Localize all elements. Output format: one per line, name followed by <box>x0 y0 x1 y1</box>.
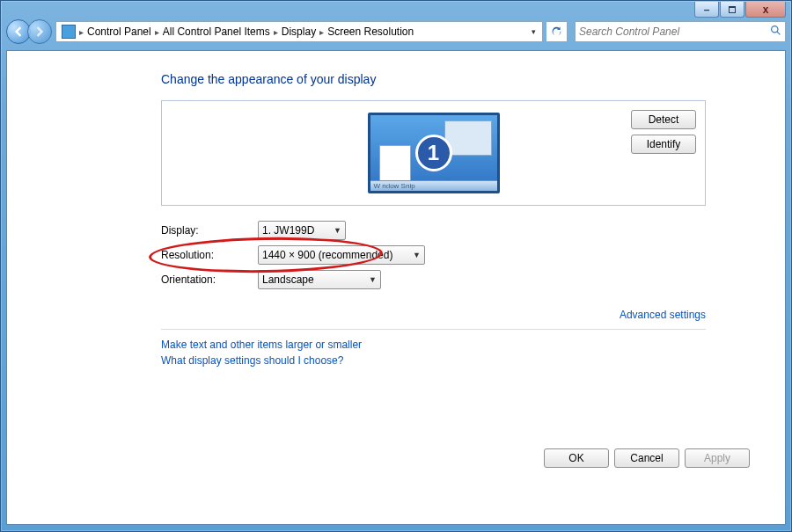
window-frame: – x ▸ Control Panel ▸ All Control Panel … <box>0 0 792 532</box>
display-dropdown[interactable]: 1. JW199D ▼ <box>258 221 346 240</box>
ok-button[interactable]: OK <box>544 448 609 468</box>
breadcrumb-item[interactable]: All Control Panel Items <box>159 26 274 38</box>
address-dropdown[interactable]: ▾ <box>526 27 540 36</box>
maximize-button[interactable] <box>720 2 744 18</box>
chevron-down-icon: ▼ <box>413 251 421 259</box>
control-panel-icon <box>62 25 76 39</box>
orientation-label: Orientation: <box>161 273 258 286</box>
content-area: Change the appearance of your display 1 … <box>6 50 786 525</box>
breadcrumb-item[interactable]: Display <box>278 26 319 38</box>
chevron-down-icon: ▼ <box>369 275 377 284</box>
svg-point-0 <box>772 26 778 33</box>
refresh-icon <box>551 26 562 38</box>
settings-form: Display: 1. JW199D ▼ Resolution: 1440 × … <box>161 218 706 292</box>
refresh-button[interactable] <box>546 21 568 42</box>
nav-toolbar: ▸ Control Panel ▸ All Control Panel Item… <box>6 18 786 45</box>
resolution-label: Resolution: <box>161 249 258 261</box>
breadcrumb-item[interactable]: Screen Resolution <box>324 26 417 38</box>
help-link[interactable]: What display settings should I choose? <box>161 354 706 367</box>
cancel-button[interactable]: Cancel <box>614 448 679 468</box>
titlebar-controls: – x <box>693 2 786 18</box>
page-title: Change the appearance of your display <box>161 72 706 86</box>
close-button[interactable]: x <box>745 2 786 18</box>
orientation-dropdown[interactable]: Landscape ▼ <box>258 270 381 289</box>
search-box[interactable] <box>575 21 786 42</box>
arrow-left-icon <box>13 26 24 37</box>
preview-taskbar: W ndow Snip <box>370 180 497 191</box>
nav-arrows <box>6 19 52 44</box>
divider <box>161 329 706 330</box>
svg-line-1 <box>777 32 780 34</box>
preview-window-icon <box>379 145 411 184</box>
resolution-value: 1440 × 900 (recommended) <box>262 249 392 261</box>
orientation-value: Landscape <box>262 273 314 286</box>
minimize-button[interactable]: – <box>694 2 719 18</box>
search-input[interactable] <box>579 26 770 38</box>
monitor-thumbnail[interactable]: 1 W ndow Snip <box>368 113 500 193</box>
detect-button[interactable]: Detect <box>631 110 696 129</box>
resolution-dropdown[interactable]: 1440 × 900 (recommended) ▼ <box>258 245 425 265</box>
arrow-right-icon <box>34 26 45 37</box>
maximize-icon <box>729 6 736 13</box>
identify-button[interactable]: Identify <box>631 135 696 154</box>
display-label: Display: <box>161 224 258 237</box>
advanced-settings-link[interactable]: Advanced settings <box>620 309 706 321</box>
footer-buttons: OK Cancel Apply <box>544 448 750 468</box>
search-icon <box>770 25 781 39</box>
forward-button[interactable] <box>27 19 52 44</box>
display-value: 1. JW199D <box>262 224 314 237</box>
address-bar[interactable]: ▸ Control Panel ▸ All Control Panel Item… <box>55 21 543 42</box>
chevron-down-icon: ▼ <box>334 226 341 235</box>
text-size-link[interactable]: Make text and other items larger or smal… <box>161 339 706 351</box>
apply-button[interactable]: Apply <box>685 448 750 468</box>
display-preview: 1 W ndow Snip Detect Identify <box>161 100 706 206</box>
monitor-number: 1 <box>415 135 452 171</box>
breadcrumb-item[interactable]: Control Panel <box>84 26 155 38</box>
